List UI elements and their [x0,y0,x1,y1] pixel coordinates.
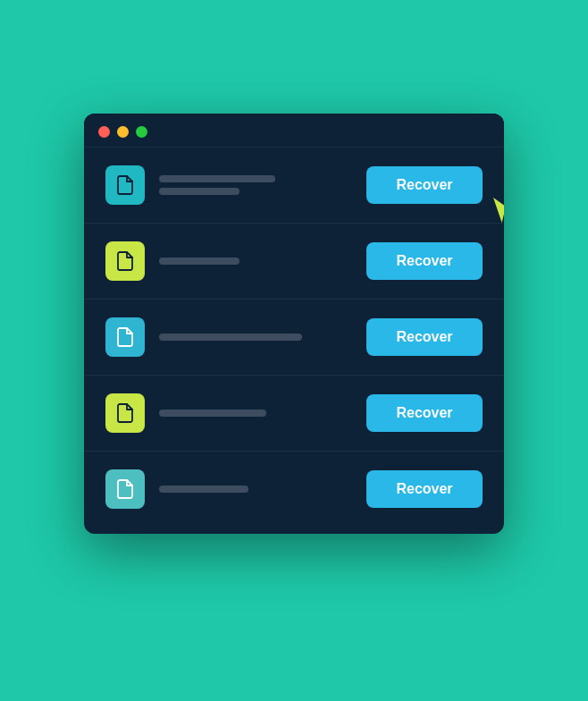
list-item: Recover [84,300,504,376]
close-dot[interactable] [98,126,110,138]
list-item: Recover [84,452,504,534]
titlebar [84,114,504,148]
minimize-dot[interactable] [117,126,129,138]
file-icon [105,165,145,205]
list-item: Recover [84,224,504,300]
filename-bar [159,410,266,417]
filename-bar [159,258,239,265]
list-item: Recover [84,376,504,452]
recover-button[interactable]: Recover [366,166,483,204]
recover-button[interactable]: Recover [366,242,483,280]
cursor-icon [493,198,504,223]
file-info [159,410,352,417]
file-info [159,334,352,341]
app-window: Recover Recover [84,114,504,534]
maximize-dot[interactable] [136,126,147,138]
file-icon [105,469,145,509]
file-list: Recover Recover [84,148,504,534]
recover-button[interactable]: Recover [366,394,483,432]
file-info [159,175,352,195]
recover-button[interactable]: Recover [366,318,483,356]
filesize-bar [159,188,239,195]
file-info [159,486,352,493]
file-icon [105,317,145,357]
recover-button[interactable]: Recover [366,470,483,508]
file-info [159,258,352,265]
list-item: Recover [84,148,504,224]
file-icon [105,241,145,281]
filename-bar [159,175,275,182]
filename-bar [159,486,248,493]
file-icon [105,393,145,433]
filename-bar [159,334,302,341]
